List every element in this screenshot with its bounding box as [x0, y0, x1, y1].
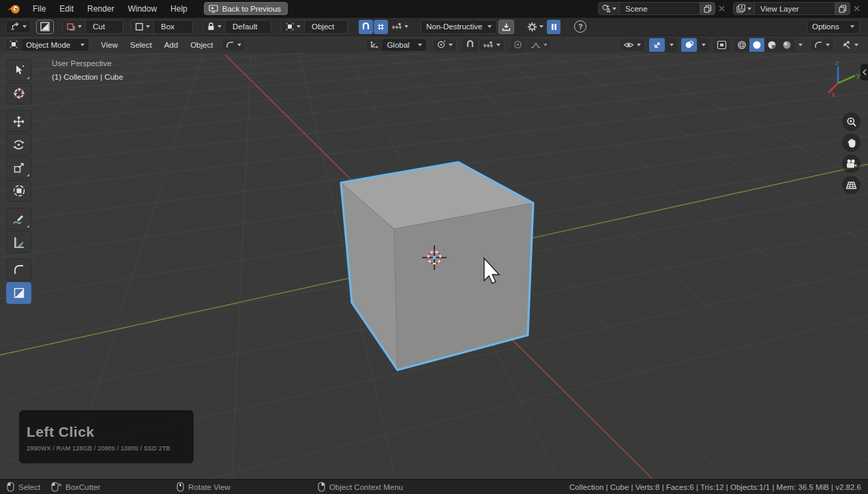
chevron-down-icon — [496, 44, 500, 46]
keymap-boxcutter-label: BoxCutter — [65, 483, 100, 491]
keymap-rotate-view-label: Rotate View — [188, 483, 230, 491]
tool-rotate[interactable] — [6, 134, 31, 155]
shape-dropdown[interactable]: Box — [130, 20, 193, 34]
xray-toggle[interactable] — [713, 38, 730, 52]
scene-name-field[interactable]: Scene — [620, 2, 700, 15]
blender-logo-icon — [7, 3, 22, 14]
menu-window[interactable]: Window — [121, 2, 164, 16]
pause-icon — [551, 23, 557, 31]
settings-gear-dropdown[interactable] — [525, 20, 545, 34]
question-mark-glyph: ? — [578, 22, 583, 31]
increment-snap-icon — [391, 22, 402, 31]
show-overlays-toggle[interactable] — [681, 38, 697, 52]
viewport-extras-dropdown[interactable] — [838, 38, 862, 52]
sidebar-collapse-arrow[interactable] — [860, 64, 868, 80]
viewport-snap-toggle[interactable] — [462, 38, 478, 52]
view-layer-name-field[interactable]: View Layer — [755, 2, 835, 15]
camera-view-button[interactable] — [842, 155, 860, 173]
shading-rendered-button[interactable] — [779, 38, 794, 52]
snap-target-dropdown[interactable] — [389, 20, 411, 34]
pause-toggle-button[interactable] — [547, 20, 560, 34]
menu-add[interactable]: Add — [158, 39, 184, 51]
tool-boxcutter[interactable] — [6, 282, 31, 304]
hand-icon — [846, 138, 857, 149]
scene-new-copy-button[interactable] — [700, 2, 715, 15]
menu-render[interactable]: Render — [80, 2, 121, 16]
editor-type-selector[interactable] — [5, 20, 31, 33]
viewport-3d[interactable]: User Perspective (1) Collection | Cube — [0, 53, 868, 479]
duplicate-icon — [704, 5, 712, 13]
scene-browse-button[interactable] — [598, 2, 620, 15]
keymap-context-menu-label: Object Context Menu — [329, 483, 403, 491]
falloff-curve-icon — [530, 41, 541, 49]
operation-dropdown[interactable]: Default — [203, 20, 271, 34]
pivot-point-dropdown[interactable] — [432, 38, 457, 52]
view-layer-new-copy-button[interactable] — [835, 2, 850, 15]
apply-import-button[interactable] — [498, 20, 514, 34]
tool-scale[interactable] — [6, 157, 31, 179]
overlays-dropdown[interactable] — [698, 38, 709, 52]
chevron-down-icon — [747, 7, 751, 10]
keymap-context-menu: Object Context Menu — [318, 482, 403, 492]
options-dropdown[interactable]: Options — [807, 20, 860, 34]
tool-move[interactable] — [6, 110, 31, 132]
tool-cursor-3d[interactable] — [6, 82, 31, 104]
toolbar-left — [6, 59, 31, 304]
viewport-snap-target-dropdown[interactable] — [479, 38, 505, 52]
gizmo-arrow-icon — [653, 40, 662, 50]
proportional-editing-toggle[interactable] — [510, 38, 526, 52]
shading-wireframe-button[interactable] — [734, 38, 749, 52]
chevron-down-icon — [539, 25, 543, 28]
transform-orientation-dropdown[interactable]: Global — [365, 38, 427, 52]
gizmo-dropdown[interactable] — [665, 38, 677, 52]
view-layer-selector: View Layer — [733, 2, 863, 15]
tool-hops-corner[interactable] — [6, 259, 31, 281]
tool-select-tweak[interactable] — [6, 59, 31, 81]
view-layer-remove-button[interactable] — [850, 2, 863, 15]
menu-file[interactable]: File — [26, 2, 53, 16]
camera-icon — [845, 159, 857, 169]
active-tool-boxcutter-button[interactable] — [36, 20, 54, 34]
help-button[interactable]: ? — [574, 20, 586, 33]
tool-annotate[interactable] — [6, 208, 31, 230]
corner-curve-icon — [13, 264, 25, 276]
cube-object[interactable] — [341, 162, 533, 370]
shading-material-button[interactable] — [764, 38, 779, 52]
menu-select[interactable]: Select — [124, 39, 158, 51]
view-perspective-label: User Perspective — [52, 59, 112, 67]
magnet-icon — [466, 40, 475, 49]
menu-edit[interactable]: Edit — [53, 2, 80, 16]
back-to-previous-button[interactable]: Back to Previous — [204, 2, 288, 15]
show-gizmo-toggle[interactable] — [649, 38, 665, 52]
xray-icon — [717, 40, 727, 50]
zoom-button[interactable] — [842, 112, 860, 131]
active-tool-fallback-dropdown[interactable] — [222, 38, 245, 52]
scene-unlink-button[interactable] — [715, 2, 728, 15]
visibility-dropdown[interactable] — [619, 38, 645, 52]
navigation-gizmo[interactable]: z y x — [820, 59, 860, 102]
keymap-rotate-view: Rotate View — [177, 482, 230, 492]
cut-mode-dropdown[interactable]: Cut — [62, 20, 123, 34]
close-icon — [854, 5, 860, 12]
menu-view[interactable]: View — [95, 39, 124, 51]
tool-measure[interactable] — [6, 231, 31, 253]
shading-corner-dropdown[interactable] — [810, 38, 834, 52]
chevron-down-icon — [78, 25, 82, 28]
grid-snap-icon — [376, 22, 385, 31]
shading-solid-button[interactable] — [749, 38, 764, 52]
chevron-down-icon — [850, 25, 854, 28]
shading-dropdown[interactable] — [794, 38, 806, 52]
download-arrow-icon — [502, 22, 511, 31]
pan-button[interactable] — [842, 134, 860, 152]
snap-toggle-button[interactable] — [359, 20, 373, 34]
view-layer-browse-button[interactable] — [733, 2, 755, 15]
snap-grid-toggle-button[interactable] — [374, 20, 388, 34]
behavior-dropdown[interactable]: Non-Destructive — [421, 20, 497, 34]
menu-object[interactable]: Object — [184, 39, 219, 51]
menu-help[interactable]: Help — [164, 2, 194, 16]
tool-transform[interactable] — [6, 180, 31, 202]
interaction-mode-dropdown[interactable]: Object Mode — [5, 38, 89, 52]
proportional-falloff-dropdown[interactable] — [526, 38, 552, 52]
mode-dropdown[interactable]: Object — [281, 20, 348, 34]
perspective-ortho-toggle[interactable] — [842, 176, 860, 194]
